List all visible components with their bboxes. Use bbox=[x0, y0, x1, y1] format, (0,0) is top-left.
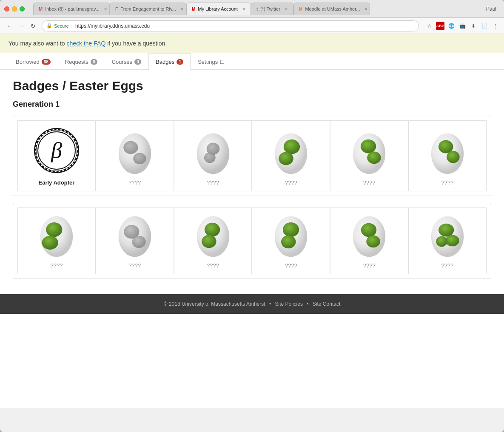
address-bar: ← → ↻ 🔒 Secure | https://mylibrary.ddns.… bbox=[0, 18, 504, 34]
gmail-icon: M bbox=[39, 6, 43, 11]
egg-cell-2-4[interactable]: ???? bbox=[252, 207, 330, 274]
egg-cell-1-6[interactable]: ???? bbox=[408, 120, 487, 191]
minimize-button[interactable] bbox=[12, 6, 17, 11]
page-icon[interactable]: 📄 bbox=[480, 22, 489, 30]
egg-image-1-4 bbox=[270, 129, 312, 176]
eggs-row-2: ???? bbox=[13, 203, 491, 279]
footer-sep-2: • bbox=[307, 301, 308, 307]
svg-text:β: β bbox=[51, 138, 62, 162]
traffic-lights bbox=[4, 6, 25, 11]
star-icon[interactable]: ☆ bbox=[425, 22, 433, 30]
tab-article-close[interactable]: ✕ bbox=[179, 7, 184, 11]
tab-gmail[interactable]: M Inbox (8) - paul.musgrav... ✕ bbox=[33, 3, 110, 15]
egg-cell-1-2[interactable]: ???? bbox=[96, 120, 174, 191]
tab-twitter[interactable]: t (*) Twitter ✕ bbox=[251, 3, 293, 15]
egg-cell-2-2[interactable]: ???? bbox=[96, 207, 174, 274]
tab-badges[interactable]: Badges 1 bbox=[148, 53, 191, 70]
svg-point-12 bbox=[284, 139, 300, 154]
egg-cell-2-3[interactable]: ???? bbox=[174, 207, 252, 274]
tab-borrowed-label: Borrowed bbox=[16, 59, 40, 65]
egg-image-1-3 bbox=[192, 129, 234, 176]
beta-badge-image: β bbox=[31, 125, 82, 176]
save-icon[interactable]: ⬇ bbox=[469, 22, 478, 30]
svg-point-21 bbox=[46, 222, 62, 237]
faq-link[interactable]: check the FAQ bbox=[66, 40, 105, 47]
tab-library-close[interactable]: ✕ bbox=[240, 7, 245, 11]
tab-requests-label: Requests bbox=[65, 59, 88, 65]
svg-point-33 bbox=[361, 223, 376, 237]
footer-site-contact[interactable]: Site Contact bbox=[313, 301, 340, 307]
cast-icon[interactable]: 📺 bbox=[458, 22, 467, 30]
egg-image-1-5 bbox=[348, 129, 390, 176]
badge-early-adopter[interactable]: β Early Adopter bbox=[17, 120, 96, 191]
svg-point-30 bbox=[283, 222, 299, 237]
close-button[interactable] bbox=[4, 6, 9, 11]
forward-button[interactable]: → bbox=[16, 21, 26, 31]
egg-cell-2-1[interactable]: ???? bbox=[17, 207, 96, 274]
adblock-icon[interactable]: ABP bbox=[436, 22, 444, 30]
refresh-button[interactable]: ↻ bbox=[28, 21, 38, 31]
egg-label-1-6: ???? bbox=[441, 179, 454, 186]
tab-moodle[interactable]: M Moodle at UMass Amher... ✕ bbox=[293, 3, 370, 15]
url-bar[interactable]: 🔒 Secure | https://mylibrary.ddns.umass.… bbox=[42, 20, 419, 31]
svg-point-16 bbox=[367, 152, 381, 164]
egg-cell-1-3[interactable]: ???? bbox=[174, 120, 252, 191]
browser-window: M Inbox (8) - paul.musgrav... ✕ F From E… bbox=[0, 0, 504, 432]
eggs-grid-1: β Early Adopter bbox=[17, 120, 487, 191]
svg-point-13 bbox=[279, 152, 293, 165]
secure-label: Secure bbox=[54, 23, 69, 28]
egg-image-2-4 bbox=[270, 212, 312, 259]
egg-cell-2-5[interactable]: ???? bbox=[330, 207, 408, 274]
egg-label-1-4: ???? bbox=[285, 179, 297, 186]
egg-label-2-6: ???? bbox=[441, 262, 454, 269]
menu-icon[interactable]: ⋮ bbox=[491, 22, 500, 30]
svg-point-22 bbox=[42, 236, 58, 250]
tab-library-label: My Library Account bbox=[198, 6, 238, 11]
tab-article[interactable]: F From Engagement to Riv... ✕ bbox=[110, 3, 186, 15]
tab-courses-badge: 0 bbox=[134, 59, 141, 65]
back-button[interactable]: ← bbox=[4, 21, 14, 31]
egg-image-2-5 bbox=[348, 212, 390, 259]
egg-label-2-3: ???? bbox=[207, 262, 219, 269]
tab-borrowed[interactable]: Borrowed 68 bbox=[9, 53, 58, 70]
svg-point-5 bbox=[118, 134, 151, 174]
translate-icon[interactable]: 🌐 bbox=[447, 22, 456, 30]
browser-tabs: M Inbox (8) - paul.musgrav... ✕ F From E… bbox=[33, 3, 486, 15]
tab-settings-label: Settings bbox=[198, 59, 218, 65]
library-icon: M bbox=[192, 7, 195, 11]
footer-site-policies[interactable]: Site Policies bbox=[275, 301, 303, 307]
early-adopter-label: Early Adopter bbox=[39, 179, 75, 186]
nav-buttons: ← → ↻ bbox=[4, 21, 38, 31]
tab-settings[interactable]: Settings ☐ bbox=[191, 53, 232, 70]
main-area: Badges / Easter Eggs Generation 1 bbox=[0, 70, 504, 294]
svg-point-35 bbox=[431, 216, 464, 257]
egg-cell-1-5[interactable]: ???? bbox=[330, 120, 408, 191]
tab-courses[interactable]: Courses 0 bbox=[105, 53, 148, 70]
egg-label-1-5: ???? bbox=[363, 179, 376, 186]
egg-cell-1-4[interactable]: ???? bbox=[252, 120, 330, 191]
svg-point-10 bbox=[204, 153, 216, 163]
nav-tabs: Borrowed 68 Requests 0 Courses 0 Badges … bbox=[0, 53, 504, 70]
tab-moodle-close[interactable]: ✕ bbox=[362, 7, 367, 11]
tab-twitter-close[interactable]: ✕ bbox=[283, 7, 288, 11]
tab-article-label: From Engagement to Riv... bbox=[120, 6, 176, 11]
svg-point-36 bbox=[439, 224, 454, 237]
svg-point-38 bbox=[436, 236, 447, 247]
tab-library[interactable]: M My Library Account ✕ bbox=[186, 3, 251, 15]
tab-gmail-label: Inbox (8) - paul.musgrav... bbox=[45, 6, 100, 11]
egg-cell-2-6[interactable]: ???? bbox=[408, 207, 487, 274]
url-text: https://mylibrary.ddns.umass.edu bbox=[75, 23, 150, 29]
svg-point-31 bbox=[281, 236, 296, 249]
tab-requests[interactable]: Requests 0 bbox=[58, 53, 105, 70]
section-title: Generation 1 bbox=[13, 100, 491, 109]
svg-point-27 bbox=[204, 223, 219, 237]
maximize-button[interactable] bbox=[20, 6, 25, 11]
secure-indicator: 🔒 bbox=[46, 23, 52, 28]
svg-point-15 bbox=[361, 139, 376, 153]
egg-image-2-3 bbox=[192, 212, 234, 259]
tab-gmail-close[interactable]: ✕ bbox=[102, 7, 107, 11]
svg-point-6 bbox=[123, 141, 138, 154]
svg-point-25 bbox=[132, 236, 146, 248]
tab-moodle-label: Moodle at UMass Amher... bbox=[305, 6, 360, 11]
egg-image-1-6 bbox=[426, 129, 469, 176]
